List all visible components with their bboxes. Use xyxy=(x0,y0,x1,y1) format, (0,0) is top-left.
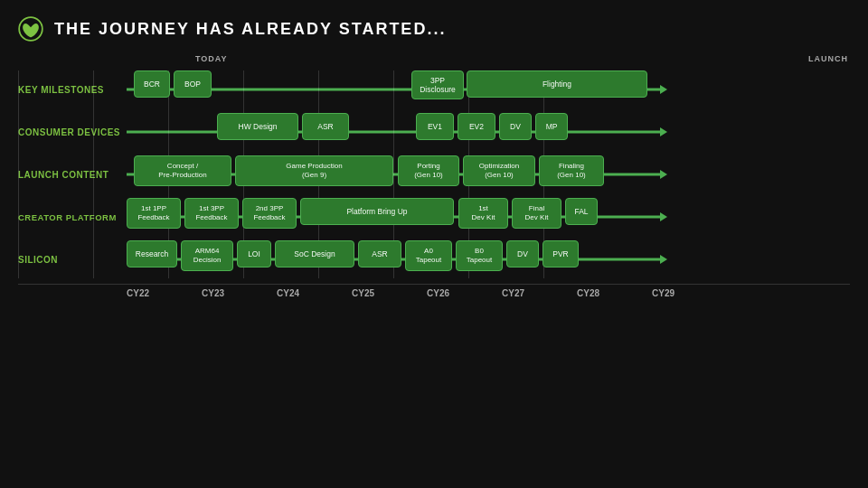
box-game-production: Game Production(Gen 9) xyxy=(235,155,393,186)
box-b0-tapeout: B0Tapeout xyxy=(456,240,503,271)
xbox-icon xyxy=(18,16,43,42)
box-soc-design: SoC Design xyxy=(275,240,354,267)
box-ev2: EV2 xyxy=(458,113,495,140)
label-consumer-devices: CONSUMER DEVICES xyxy=(18,127,122,137)
row-creator-platform: CREATOR PLATFORM 1st 1PPFeedback 1st 3PP… xyxy=(127,198,850,236)
launch-label: LAUNCH xyxy=(808,54,848,63)
year-cy22: CY22 xyxy=(127,288,202,298)
year-cy26: CY26 xyxy=(427,288,502,298)
year-cy28: CY28 xyxy=(577,288,652,298)
year-cy27: CY27 xyxy=(502,288,577,298)
grid-line-cy22 xyxy=(18,70,19,278)
box-1st-1pp: 1st 1PPFeedback xyxy=(127,198,181,229)
year-cy25: CY25 xyxy=(352,288,427,298)
label-launch-content: LAUNCH CONTENT xyxy=(18,170,122,180)
box-optimization: Optimization(Gen 10) xyxy=(463,155,535,186)
box-bcr: BCR xyxy=(134,70,170,98)
box-pvr: PVR xyxy=(542,240,579,267)
track-arrow-milestones xyxy=(660,85,667,94)
box-asr-silicon: ASR xyxy=(358,240,401,267)
box-final-dev-kit: FinalDev Kit xyxy=(512,198,561,229)
box-finaling: Finaling(Gen 10) xyxy=(539,155,604,186)
grid-line-cy23 xyxy=(93,70,94,278)
box-porting: Porting(Gen 10) xyxy=(398,155,459,186)
label-key-milestones: KEY MILESTONES xyxy=(18,85,122,95)
box-dv-consumer: DV xyxy=(499,113,532,140)
box-2nd-3pp: 2nd 3PPFeedback xyxy=(242,198,297,229)
year-cy29: CY29 xyxy=(652,288,688,298)
box-asr-consumer: ASR xyxy=(302,113,349,140)
year-cy23: CY23 xyxy=(202,288,277,298)
box-3pp-disclosure: 3PPDisclosure xyxy=(411,70,464,99)
header: THE JOURNEY HAS ALREADY STARTED... xyxy=(18,16,850,42)
box-loi: LOI xyxy=(237,240,271,267)
box-ev1: EV1 xyxy=(416,113,454,140)
track-arrow-launch xyxy=(660,170,667,179)
track-arrow-silicon xyxy=(660,255,667,264)
main-container: THE JOURNEY HAS ALREADY STARTED... TODAY… xyxy=(0,0,868,488)
box-fal: FAL xyxy=(565,198,598,225)
year-labels: CY22 CY23 CY24 CY25 CY26 CY27 CY28 CY29 xyxy=(18,284,850,298)
rows-container: KEY MILESTONES BCR BOP 3PPDisclosure Fli… xyxy=(18,70,850,278)
label-creator-platform: CREATOR PLATFORM xyxy=(18,212,122,222)
box-bop: BOP xyxy=(174,70,212,98)
box-research: Research xyxy=(127,240,177,267)
box-1st-3pp: 1st 3PPFeedback xyxy=(184,198,239,229)
box-1st-dev-kit: 1stDev Kit xyxy=(458,198,508,229)
box-hw-design: HW Design xyxy=(217,113,298,140)
box-dv-silicon: DV xyxy=(506,240,539,267)
box-platform-bring-up: Platform Bring Up xyxy=(300,198,454,225)
page-title: THE JOURNEY HAS ALREADY STARTED... xyxy=(54,20,446,39)
box-concept-preproduction: Concept /Pre-Production xyxy=(134,155,231,186)
chart-area: TODAY LAUNCH KEY MILESTONES BCR BO xyxy=(18,54,850,298)
row-consumer-devices: CONSUMER DEVICES HW Design ASR EV1 EV2 D… xyxy=(127,113,850,151)
today-label: TODAY xyxy=(195,54,228,63)
track-arrow-consumer xyxy=(660,127,667,136)
box-a0-tapeout: A0Tapeout xyxy=(405,240,452,271)
box-arm64: ARM64Decision xyxy=(181,240,233,271)
row-key-milestones: KEY MILESTONES BCR BOP 3PPDisclosure Fli… xyxy=(127,70,850,108)
label-silicon: SILICON xyxy=(18,255,122,265)
row-silicon: SILICON Research ARM64Decision LOI SoC D… xyxy=(127,240,850,278)
box-mp: MP xyxy=(535,113,568,140)
year-cy24: CY24 xyxy=(277,288,352,298)
row-launch-content: LAUNCH CONTENT Concept /Pre-Production G… xyxy=(127,155,850,193)
box-flighting: Flighting xyxy=(467,70,647,98)
track-arrow-creator xyxy=(660,212,667,221)
